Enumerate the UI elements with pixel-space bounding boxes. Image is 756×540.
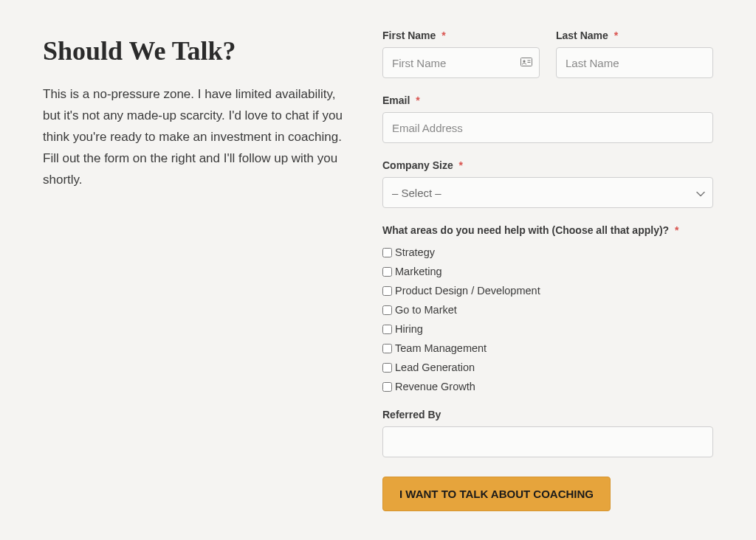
checkbox-label: Lead Generation xyxy=(395,361,475,373)
last-name-label: Last Name * xyxy=(556,30,713,41)
areas-label: What areas do you need help with (Choose… xyxy=(382,224,713,236)
company-size-label-text: Company Size xyxy=(382,159,453,171)
checkbox-marketing[interactable] xyxy=(382,267,392,277)
email-label-text: Email xyxy=(382,94,410,106)
checkbox-lead-generation[interactable] xyxy=(382,363,392,373)
last-name-input[interactable] xyxy=(556,47,713,78)
required-marker: * xyxy=(459,159,463,171)
checkbox-label: Product Design / Development xyxy=(395,285,540,297)
company-size-select[interactable]: – Select – xyxy=(382,177,713,208)
checkbox-label: Revenue Growth xyxy=(395,381,475,392)
checkbox-item[interactable]: Revenue Growth xyxy=(382,381,713,392)
checkbox-label: Marketing xyxy=(395,266,442,277)
first-name-label-text: First Name xyxy=(382,30,436,41)
checkbox-strategy[interactable] xyxy=(382,248,392,257)
checkbox-item[interactable]: Marketing xyxy=(382,266,713,277)
checkbox-label: Hiring xyxy=(395,323,423,335)
submit-button[interactable]: I WANT TO TALK ABOUT COACHING xyxy=(382,477,611,511)
checkbox-item[interactable]: Product Design / Development xyxy=(382,285,713,297)
referred-by-label: Referred By xyxy=(382,409,713,420)
areas-label-text: What areas do you need help with (Choose… xyxy=(382,224,669,236)
checkbox-label: Strategy xyxy=(395,246,435,258)
checkbox-team-management[interactable] xyxy=(382,344,392,353)
chevron-down-icon xyxy=(696,187,705,199)
required-marker: * xyxy=(441,30,445,41)
email-input[interactable] xyxy=(382,112,713,143)
contact-card-icon xyxy=(520,56,532,69)
required-marker: * xyxy=(614,30,618,41)
checkbox-label: Team Management xyxy=(395,342,487,354)
email-label: Email * xyxy=(382,94,713,106)
checkbox-hiring[interactable] xyxy=(382,325,392,334)
referred-by-input[interactable] xyxy=(382,426,713,457)
first-name-label: First Name * xyxy=(382,30,540,41)
checkbox-item[interactable]: Team Management xyxy=(382,342,713,354)
page-heading: Should We Talk? xyxy=(43,35,353,66)
checkbox-revenue-growth[interactable] xyxy=(382,382,392,392)
last-name-label-text: Last Name xyxy=(556,30,608,41)
checkbox-product-design[interactable] xyxy=(382,286,392,296)
required-marker: * xyxy=(416,94,419,106)
checkbox-item[interactable]: Lead Generation xyxy=(382,361,713,373)
checkbox-go-to-market[interactable] xyxy=(382,305,392,315)
checkbox-item[interactable]: Go to Market xyxy=(382,304,713,316)
required-marker: * xyxy=(675,224,678,236)
first-name-input[interactable] xyxy=(382,47,540,78)
company-size-selected: – Select – xyxy=(392,187,441,199)
company-size-label: Company Size * xyxy=(382,159,713,171)
checkbox-item[interactable]: Hiring xyxy=(382,323,713,335)
svg-point-1 xyxy=(523,60,525,62)
referred-by-label-text: Referred By xyxy=(382,409,441,420)
checkbox-label: Go to Market xyxy=(395,304,457,316)
areas-checkbox-list: Strategy Marketing Product Design / Deve… xyxy=(382,246,713,392)
checkbox-item[interactable]: Strategy xyxy=(382,246,713,258)
intro-text: This is a no-pressure zone. I have limit… xyxy=(43,84,353,190)
